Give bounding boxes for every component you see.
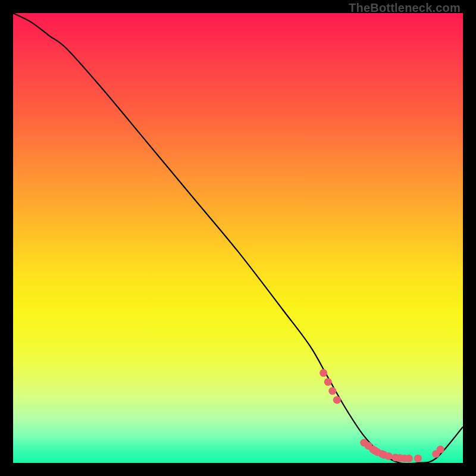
chart-frame	[13, 13, 463, 463]
plot-gradient-background	[13, 13, 463, 463]
